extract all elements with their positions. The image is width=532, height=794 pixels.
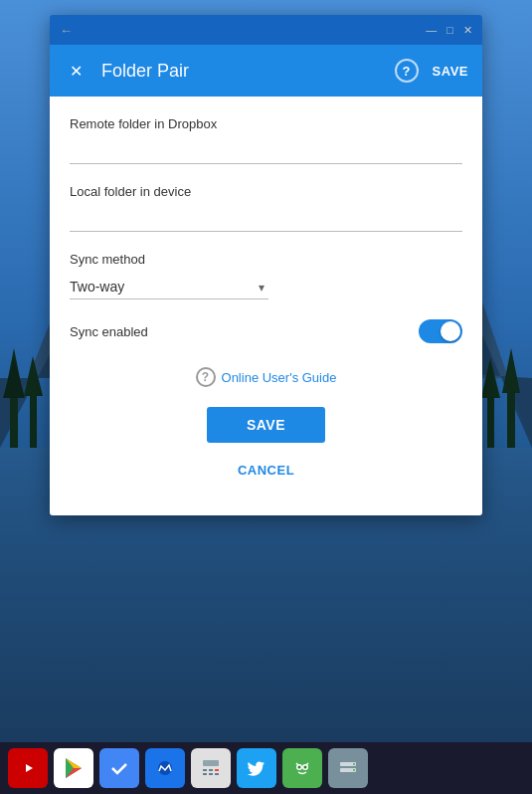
- dialog-close-button[interactable]: ✕: [64, 59, 88, 83]
- svg-rect-16: [487, 393, 494, 448]
- remote-folder-input[interactable]: [70, 139, 462, 164]
- taskbar-youtube-icon[interactable]: [8, 748, 48, 788]
- window-minimize-button[interactable]: —: [426, 25, 437, 36]
- dialog-help-icon[interactable]: ?: [395, 59, 419, 83]
- svg-rect-12: [30, 393, 37, 448]
- svg-rect-31: [215, 769, 219, 771]
- local-folder-label: Local folder in device: [70, 184, 462, 199]
- svg-point-39: [298, 766, 301, 769]
- taskbar-calculator-icon[interactable]: [191, 748, 231, 788]
- sync-method-label: Sync method: [70, 252, 462, 267]
- taskbar-storage-icon[interactable]: [328, 748, 368, 788]
- svg-rect-32: [203, 773, 207, 775]
- dialog-header-save-button[interactable]: SAVE: [433, 64, 468, 79]
- remote-folder-label: Remote folder in Dropbox: [70, 116, 462, 131]
- main-window: ← — □ ✕ ✕ Folder Pair ? SAVE Remote fold…: [50, 15, 482, 515]
- svg-rect-29: [203, 769, 207, 771]
- local-folder-input[interactable]: [70, 207, 462, 232]
- local-folder-group: Local folder in device: [70, 184, 462, 232]
- svg-rect-14: [507, 388, 515, 448]
- svg-rect-36: [290, 756, 314, 780]
- taskbar-playstore-icon[interactable]: [54, 748, 93, 788]
- svg-rect-33: [209, 773, 213, 775]
- taskbar-tasks-icon[interactable]: [99, 748, 139, 788]
- toggle-knob: [441, 321, 460, 341]
- sync-method-dropdown-wrapper: Two-way One-way (download) One-way (uplo…: [70, 275, 268, 299]
- taskbar-twitter-icon[interactable]: [237, 748, 276, 788]
- sync-enabled-row: Sync enabled: [70, 319, 462, 343]
- svg-point-44: [353, 763, 355, 765]
- window-back-button[interactable]: ←: [60, 23, 73, 38]
- taskbar-messenger-icon[interactable]: [145, 748, 185, 788]
- cancel-button[interactable]: CANCEL: [218, 455, 314, 486]
- svg-rect-24: [107, 756, 131, 780]
- window-title-bar: ← — □ ✕: [50, 15, 482, 45]
- taskbar-greenapp-icon[interactable]: [282, 748, 322, 788]
- taskbar: [0, 742, 532, 794]
- window-close-button[interactable]: ✕: [463, 25, 472, 36]
- help-link-icon: ?: [196, 367, 216, 387]
- dialog-header-actions: ? SAVE: [395, 59, 468, 83]
- dialog-body: Remote folder in Dropbox Local folder in…: [50, 97, 482, 515]
- sync-method-group: Sync method Two-way One-way (download) O…: [70, 252, 462, 299]
- save-button[interactable]: SAVE: [207, 407, 325, 443]
- online-user-guide-link[interactable]: Online User's Guide: [222, 370, 337, 385]
- window-maximize-button[interactable]: □: [446, 25, 453, 36]
- dialog-title: Folder Pair: [101, 61, 395, 82]
- sync-enabled-label: Sync enabled: [70, 324, 148, 339]
- remote-folder-group: Remote folder in Dropbox: [70, 116, 462, 164]
- svg-rect-30: [209, 769, 213, 771]
- svg-rect-28: [203, 760, 219, 766]
- sync-method-select[interactable]: Two-way One-way (download) One-way (uplo…: [70, 275, 268, 299]
- sync-enabled-toggle[interactable]: [419, 319, 462, 343]
- svg-rect-27: [199, 756, 223, 780]
- svg-point-40: [304, 766, 307, 769]
- svg-point-45: [353, 769, 355, 771]
- dialog-header: ✕ Folder Pair ? SAVE: [50, 45, 482, 97]
- help-link-row: ? Online User's Guide: [70, 367, 462, 387]
- svg-rect-34: [215, 773, 219, 775]
